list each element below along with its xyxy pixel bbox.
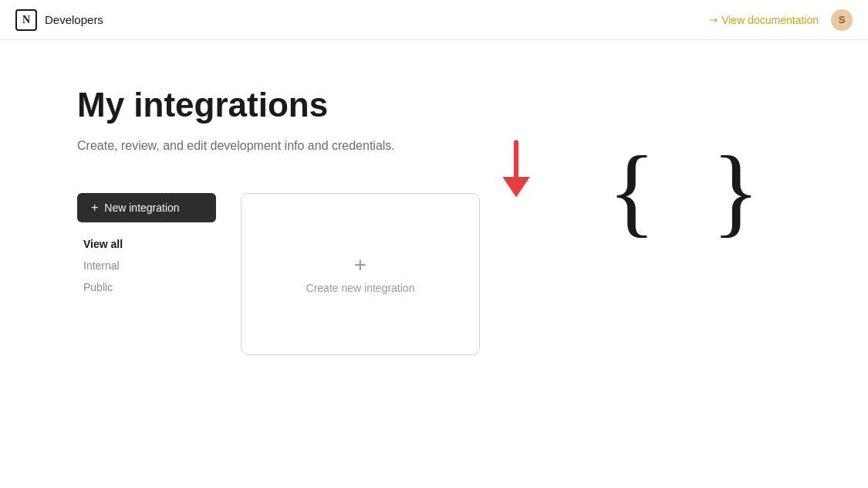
navbar-title: Developers: [45, 13, 103, 26]
new-integration-button[interactable]: + New integration: [77, 193, 216, 222]
navbar-right: ↗ View documentation S: [710, 9, 853, 31]
content-area: + New integration View all Internal Publ…: [77, 193, 791, 355]
new-integration-label: New integration: [104, 202, 179, 214]
avatar[interactable]: S: [831, 9, 853, 31]
svg-marker-1: [502, 177, 530, 198]
external-link-icon: ↗: [707, 12, 721, 26]
create-plus-icon: +: [354, 254, 366, 276]
create-integration-card[interactable]: + Create new integration: [241, 193, 480, 355]
page-subtitle: Create, review, and edit development inf…: [77, 136, 401, 156]
view-all-link[interactable]: View all: [77, 235, 216, 253]
plus-icon: +: [91, 201, 98, 215]
red-arrow-icon: [493, 139, 539, 204]
sidebar-internal-link[interactable]: Internal: [77, 256, 216, 275]
integration-panel: + Create new integration: [241, 193, 791, 355]
view-docs-label: View documentation: [721, 14, 819, 26]
navbar: N Developers ↗ View documentation S: [0, 0, 868, 40]
main-content: { } My integrations Create, review, and …: [0, 40, 868, 386]
sidebar-public-link[interactable]: Public: [77, 278, 216, 297]
create-integration-label: Create new integration: [306, 282, 415, 294]
avatar-initials: S: [839, 14, 846, 25]
view-documentation-link[interactable]: ↗ View documentation: [710, 14, 819, 26]
sidebar: + New integration View all Internal Publ…: [77, 193, 216, 297]
sidebar-links: View all Internal Public: [77, 232, 216, 297]
navbar-left: N Developers: [15, 9, 103, 31]
notion-logo-icon: N: [15, 9, 37, 31]
page-title: My integrations: [77, 86, 791, 124]
